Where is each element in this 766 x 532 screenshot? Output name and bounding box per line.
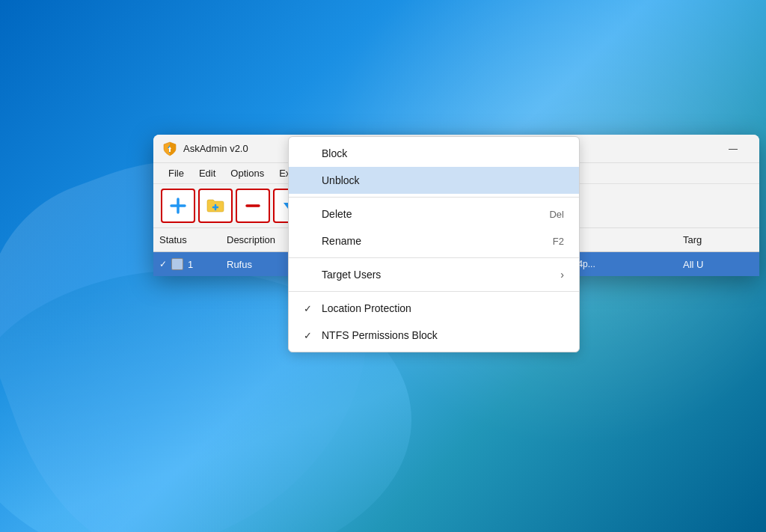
cm-rename[interactable]: Rename F2 — [289, 227, 579, 254]
cm-location-protection[interactable]: ✓ Location Protection — [289, 295, 579, 322]
checkmark-icon: ✓ — [159, 259, 167, 269]
cm-target-users-label: Target Users — [322, 269, 560, 281]
remove-icon — [242, 195, 263, 216]
cm-ntfs-permissions-label: NTFS Permissions Block — [322, 329, 564, 341]
add-button[interactable] — [161, 189, 195, 223]
remove-button[interactable] — [236, 189, 270, 223]
cm-delete[interactable]: Delete Del — [289, 201, 579, 227]
titlebar-left: AskAdmin v2.0 — [162, 141, 248, 156]
menu-edit[interactable]: Edit — [193, 165, 221, 182]
cm-location-protection-label: Location Protection — [322, 302, 564, 314]
cm-separator-1 — [289, 197, 579, 198]
add-folder-icon — [205, 195, 226, 216]
minimize-button[interactable]: — — [716, 138, 750, 160]
app-icon — [162, 141, 177, 156]
add-folder-button[interactable] — [198, 189, 233, 223]
row-status: ✓ 1 — [153, 257, 221, 272]
cm-unblock-label: Unblock — [322, 174, 564, 186]
cm-unblock[interactable]: Unblock — [289, 167, 579, 194]
add-icon — [168, 195, 189, 216]
cm-location-protection-check: ✓ — [304, 303, 316, 314]
app-title: AskAdmin v2.0 — [183, 143, 248, 154]
cm-block[interactable]: Block — [289, 140, 579, 167]
cm-ntfs-permissions-check: ✓ — [304, 330, 316, 341]
row-number: 1 — [188, 259, 193, 270]
cm-separator-3 — [289, 291, 579, 292]
menu-file[interactable]: File — [162, 165, 190, 182]
col-header-status: Status — [153, 233, 221, 247]
cm-delete-shortcut: Del — [549, 209, 564, 220]
titlebar-controls: — — [716, 138, 750, 160]
context-menu: Block Unblock Delete Del Rename F2 Targe… — [288, 136, 580, 352]
cm-separator-2 — [289, 257, 579, 258]
cm-target-users[interactable]: Target Users › — [289, 261, 579, 288]
cm-ntfs-permissions[interactable]: ✓ NTFS Permissions Block — [289, 322, 579, 349]
menu-options[interactable]: Options — [224, 165, 270, 182]
file-icon — [171, 258, 183, 270]
row-target: All U — [677, 257, 759, 272]
col-header-target: Targ — [677, 233, 759, 247]
cm-rename-label: Rename — [322, 235, 553, 247]
cm-target-users-arrow: › — [560, 269, 564, 281]
cm-rename-shortcut: F2 — [553, 236, 564, 247]
cm-delete-label: Delete — [322, 208, 549, 220]
cm-block-label: Block — [322, 147, 564, 159]
